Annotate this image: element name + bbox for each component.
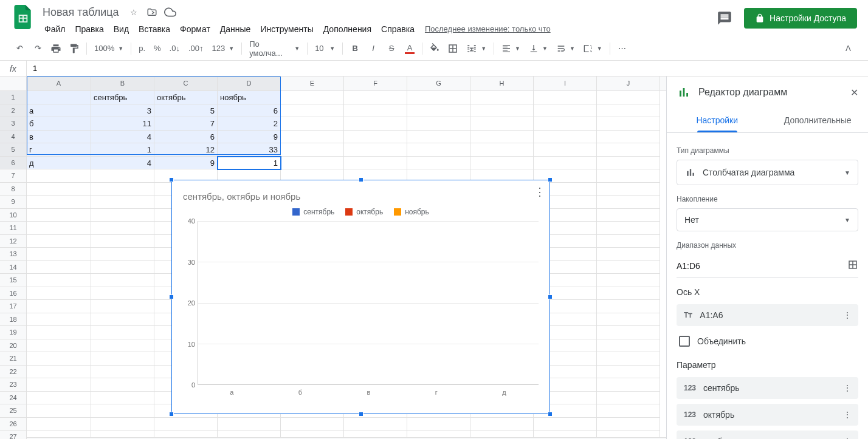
cell[interactable]: [27, 183, 91, 196]
font-size-select[interactable]: 10 ▼: [311, 42, 339, 55]
cell[interactable]: [91, 196, 154, 209]
cell[interactable]: [597, 248, 660, 261]
row-header[interactable]: 7: [0, 169, 27, 183]
col-header[interactable]: D: [218, 77, 281, 90]
cell[interactable]: [597, 404, 660, 418]
italic-btn[interactable]: I: [365, 40, 382, 57]
row-header[interactable]: 14: [0, 261, 27, 274]
x-axis-chip[interactable]: TᴛA1:A6 ⋮: [677, 304, 858, 326]
cell[interactable]: 6: [154, 131, 218, 144]
menu-Файл[interactable]: Файл: [40, 22, 69, 36]
row-header[interactable]: 19: [0, 326, 27, 339]
last-change[interactable]: Последнее изменение: только что: [420, 22, 556, 36]
menu-Дополнения[interactable]: Дополнения: [319, 22, 376, 36]
chart-object[interactable]: ⋮ сентябрь, октябрь и ноябрь сентябрьокт…: [171, 180, 550, 414]
cell[interactable]: [27, 209, 91, 222]
cell[interactable]: [597, 235, 660, 248]
cell[interactable]: [154, 418, 218, 431]
row-header[interactable]: 26: [0, 418, 27, 431]
cell[interactable]: [91, 339, 154, 353]
cell[interactable]: сентябрь: [91, 91, 154, 104]
cell[interactable]: [344, 418, 407, 431]
chart-type-select[interactable]: Столбчатая диаграмма▼: [677, 160, 858, 185]
share-button[interactable]: Настройки Доступа: [744, 8, 857, 29]
cell[interactable]: [597, 143, 660, 157]
cell[interactable]: [281, 104, 344, 118]
row-header[interactable]: 22: [0, 366, 27, 379]
cell[interactable]: б: [27, 117, 91, 131]
menu-Формат[interactable]: Формат: [176, 22, 215, 36]
cell[interactable]: 2: [218, 117, 281, 131]
cell[interactable]: [27, 404, 91, 418]
print-icon[interactable]: [47, 40, 64, 57]
cell[interactable]: [91, 378, 154, 392]
menu-Справка[interactable]: Справка: [377, 22, 419, 36]
cell[interactable]: [27, 222, 91, 235]
cell[interactable]: [27, 378, 91, 392]
font-select[interactable]: По умолча... ▼: [246, 38, 303, 60]
row-header[interactable]: 5: [0, 143, 27, 157]
borders-btn[interactable]: [444, 40, 461, 57]
col-header[interactable]: G: [407, 77, 470, 90]
cell[interactable]: 4: [91, 157, 154, 170]
cell[interactable]: [91, 366, 154, 379]
cell[interactable]: [27, 392, 91, 405]
cell[interactable]: [597, 169, 660, 183]
cell[interactable]: [470, 117, 534, 131]
decrease-decimal-btn[interactable]: .0↓: [166, 44, 184, 53]
cell[interactable]: [281, 91, 344, 104]
cell[interactable]: [91, 209, 154, 222]
cell[interactable]: [597, 339, 660, 353]
halign-btn[interactable]: ▼: [498, 42, 524, 55]
cell[interactable]: 1: [91, 143, 154, 157]
cell[interactable]: [597, 392, 660, 405]
cell[interactable]: [27, 366, 91, 379]
cell[interactable]: [27, 418, 91, 431]
bold-btn[interactable]: B: [346, 40, 363, 57]
row-header[interactable]: 8: [0, 183, 27, 196]
cell[interactable]: [91, 313, 154, 327]
tab-customize[interactable]: Дополнительные: [768, 108, 869, 132]
row-header[interactable]: 24: [0, 392, 27, 405]
cell[interactable]: [27, 196, 91, 209]
chip-more-icon[interactable]: ⋮: [843, 310, 851, 320]
menu-Вставка[interactable]: Вставка: [134, 22, 174, 36]
row-header[interactable]: 20: [0, 339, 27, 353]
cell[interactable]: [281, 143, 344, 157]
cell[interactable]: [91, 248, 154, 261]
col-header[interactable]: J: [597, 77, 660, 90]
paint-format-icon[interactable]: [66, 40, 83, 57]
cell[interactable]: [27, 313, 91, 327]
row-header[interactable]: 9: [0, 196, 27, 209]
cell[interactable]: [597, 261, 660, 274]
cell[interactable]: [91, 222, 154, 235]
cell[interactable]: [597, 366, 660, 379]
cell[interactable]: [597, 196, 660, 209]
cell[interactable]: [597, 131, 660, 144]
row-header[interactable]: 16: [0, 287, 27, 301]
select-range-icon[interactable]: [847, 259, 858, 272]
cell[interactable]: [407, 157, 470, 170]
cell[interactable]: в: [27, 131, 91, 144]
cell[interactable]: [407, 117, 470, 131]
move-icon[interactable]: [146, 6, 158, 18]
cell[interactable]: [27, 300, 91, 313]
cell[interactable]: [597, 274, 660, 287]
text-color-btn[interactable]: A: [401, 40, 418, 57]
cell[interactable]: [344, 157, 407, 170]
row-header[interactable]: 17: [0, 300, 27, 313]
cell[interactable]: [27, 248, 91, 261]
undo-icon[interactable]: ↶: [11, 40, 28, 57]
menu-Правка[interactable]: Правка: [71, 22, 108, 36]
cell[interactable]: [470, 91, 534, 104]
stacking-select[interactable]: Нет▼: [677, 208, 858, 231]
cell[interactable]: 9: [218, 131, 281, 144]
cell[interactable]: [534, 157, 597, 170]
cell[interactable]: 4: [91, 131, 154, 144]
cell[interactable]: [27, 235, 91, 248]
cell[interactable]: [597, 117, 660, 131]
cell[interactable]: 5: [154, 104, 218, 118]
collapse-toolbar-icon[interactable]: ᐱ: [846, 44, 851, 53]
col-header[interactable]: H: [470, 77, 534, 90]
cell[interactable]: [27, 91, 91, 104]
